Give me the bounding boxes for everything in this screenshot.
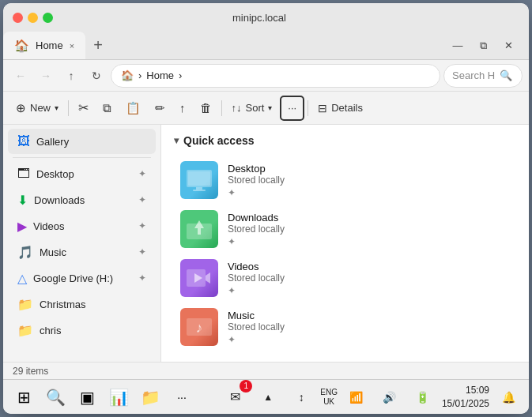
music-folder-icon: 🎵: [17, 245, 33, 260]
main-content: 🖼 Gallery 🗔 Desktop ✦ ⬇ Downloads ✦ ▶ Vi…: [3, 125, 529, 362]
network-icon[interactable]: ↕: [287, 383, 315, 411]
minimize-button[interactable]: —: [447, 36, 469, 55]
desktop-file-name: Desktop: [228, 163, 285, 175]
active-tab[interactable]: 🏠 Home ×: [3, 32, 85, 59]
widgets-button[interactable]: 📊: [104, 383, 133, 411]
clock[interactable]: 15:09 15/01/2025: [442, 384, 489, 411]
lang-top: ENG: [320, 388, 338, 397]
home-icon: 🏠: [121, 70, 134, 81]
file-item-music[interactable]: ♪ Music Stored locally ✦: [174, 303, 516, 351]
sidebar-music-label: Music: [40, 246, 66, 258]
delete-button[interactable]: 🗑: [194, 96, 218, 121]
task-view-icon: ▣: [80, 388, 95, 407]
status-bar: 29 items: [3, 362, 529, 379]
details-button[interactable]: ⊟ Details: [311, 96, 369, 121]
show-hidden-icons-button[interactable]: ▲: [254, 383, 282, 411]
maximize-traffic-light[interactable]: [43, 13, 53, 23]
sound-button[interactable]: 🔊: [375, 383, 404, 411]
tab-close-button[interactable]: ×: [70, 41, 74, 51]
new-tab-button[interactable]: +: [85, 33, 111, 58]
new-chevron: ▾: [55, 103, 58, 112]
close-button[interactable]: ✕: [497, 36, 519, 55]
desktop-file-pin: ✦: [228, 187, 285, 198]
toolbar-separator-2: [221, 100, 222, 116]
videos-thumbnail: [180, 259, 218, 297]
music-file-info: Music Stored locally ✦: [228, 310, 285, 345]
sidebar-item-chris[interactable]: 📁 chris: [8, 317, 156, 343]
wifi-button[interactable]: 📶: [342, 383, 371, 411]
share-icon: ↑: [179, 101, 186, 115]
desktop-thumbnail: [180, 161, 218, 199]
music-file-meta: Stored locally: [228, 321, 285, 332]
sidebar-item-gdrive[interactable]: △ Google Drive (H:) ✦: [8, 265, 156, 291]
sidebar-item-downloads[interactable]: ⬇ Downloads ✦: [8, 187, 156, 212]
svg-text:♪: ♪: [196, 320, 203, 336]
file-panel: ▾ Quick access Desktop: [161, 125, 529, 362]
paste-icon: 📋: [126, 101, 141, 115]
file-item-videos[interactable]: Videos Stored locally ✦: [174, 254, 516, 302]
paste-button[interactable]: 📋: [119, 96, 147, 121]
sidebar-item-videos[interactable]: ▶ Videos ✦: [8, 213, 156, 239]
sidebar-item-christmas[interactable]: 📁 Christmas: [8, 291, 156, 317]
search-placeholder: Search H: [452, 70, 495, 81]
downloads-file-meta: Stored locally: [228, 224, 285, 235]
new-label: New: [30, 102, 51, 114]
explorer-button[interactable]: 📁: [136, 383, 164, 411]
sidebar-item-gallery[interactable]: 🖼 Gallery: [8, 129, 156, 154]
window-title: minipc.local: [53, 12, 466, 24]
address-path[interactable]: 🏠 › Home ›: [111, 64, 440, 88]
file-item-desktop[interactable]: Desktop Stored locally ✦: [174, 156, 516, 204]
mail-button[interactable]: ✉ 1: [221, 383, 249, 411]
delete-icon: 🗑: [200, 101, 212, 115]
search-box[interactable]: Search H 🔍: [443, 64, 523, 88]
sort-button[interactable]: ↑↓ Sort ▾: [225, 96, 279, 121]
notification-bell[interactable]: 🔔: [494, 383, 523, 411]
sidebar-item-music[interactable]: 🎵 Music ✦: [8, 239, 156, 265]
lang-bottom: UK: [323, 397, 334, 407]
sidebar-christmas-label: Christmas: [40, 299, 86, 310]
restore-button[interactable]: ⧉: [472, 36, 494, 55]
desktop-file-info: Desktop Stored locally ✦: [228, 163, 285, 198]
system-tray: ✉ 1 ▲ ↕ ENG UK 📶 🔊 🔋 15:09 15/01/2025 🔔: [221, 383, 523, 411]
chris-folder-icon: 📁: [17, 323, 33, 338]
search-button[interactable]: 🔍: [41, 383, 70, 411]
close-traffic-light[interactable]: [13, 13, 23, 23]
rename-icon: ✏: [155, 101, 165, 115]
new-button[interactable]: ⊕ New ▾: [9, 96, 65, 121]
more-apps-button[interactable]: ···: [168, 383, 196, 411]
up-button[interactable]: ↑: [60, 65, 82, 87]
file-item-downloads[interactable]: Downloads Stored locally ✦: [174, 205, 516, 253]
clock-time: 15:09: [442, 384, 489, 397]
task-view-button[interactable]: ▣: [73, 383, 101, 411]
share-button[interactable]: ↑: [173, 96, 192, 121]
refresh-button[interactable]: ↻: [85, 65, 108, 87]
start-button[interactable]: ⊞: [9, 383, 38, 411]
battery-button[interactable]: 🔋: [409, 383, 437, 411]
sidebar-item-desktop[interactable]: 🗔 Desktop ✦: [8, 161, 156, 186]
tab-bar: 🏠 Home × + — ⧉ ✕: [3, 32, 529, 60]
forward-button[interactable]: →: [35, 65, 57, 87]
widgets-icon: 📊: [109, 388, 129, 407]
rename-button[interactable]: ✏: [149, 96, 172, 121]
minimize-traffic-light[interactable]: [28, 13, 38, 23]
videos-file-name: Videos: [228, 261, 285, 272]
quick-access-chevron[interactable]: ▾: [174, 135, 179, 146]
sidebar-music-pin: ✦: [138, 246, 146, 257]
window-controls: — ⧉ ✕: [447, 36, 529, 55]
sidebar-divider: [13, 157, 151, 158]
language-indicator: ENG UK: [320, 388, 338, 407]
downloads-folder-icon: ⬇: [17, 193, 28, 208]
window: minipc.local 🏠 Home × + — ⧉ ✕ ← → ↑ ↻ 🏠 …: [3, 3, 529, 414]
back-button[interactable]: ←: [9, 65, 32, 87]
videos-file-info: Videos Stored locally ✦: [228, 261, 285, 296]
cut-button[interactable]: ✂: [72, 96, 95, 121]
clock-date: 15/01/2025: [442, 397, 489, 411]
svg-marker-7: [206, 272, 210, 284]
sidebar-videos-pin: ✦: [138, 220, 146, 231]
more-button[interactable]: ···: [280, 96, 304, 121]
toolbar-separator-1: [68, 100, 69, 116]
tab-home-icon: 🏠: [14, 39, 29, 53]
copy-button[interactable]: ⧉: [96, 96, 118, 121]
traffic-lights: [3, 13, 53, 23]
sort-chevron: ▾: [268, 103, 272, 112]
